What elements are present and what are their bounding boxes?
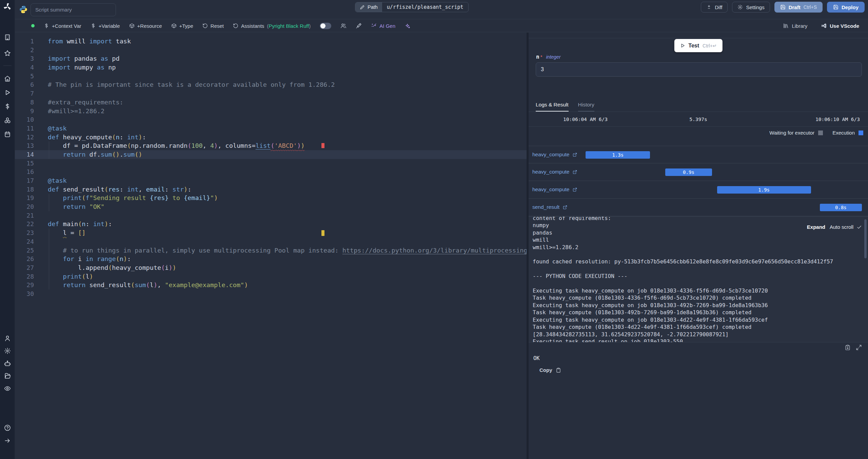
- code-line[interactable]: 5: [15, 72, 527, 81]
- code-line[interactable]: 8#extra_requirements:: [15, 98, 527, 107]
- job-link-heavy_compute[interactable]: heavy_compute: [532, 152, 577, 158]
- execution-bar: 1.3s: [586, 151, 650, 159]
- log-line: Executing task heavy_compute on job 018e…: [533, 287, 868, 294]
- code-line[interactable]: 15: [15, 159, 527, 168]
- sidebar-item-dollar-icon[interactable]: [4, 103, 11, 110]
- code-line[interactable]: 23 l = []: [15, 228, 527, 237]
- code-line[interactable]: 2: [15, 46, 527, 55]
- code-token: , columns=: [218, 142, 255, 149]
- code-line[interactable]: 7: [15, 89, 527, 98]
- sidebar-item-user-icon[interactable]: [4, 335, 11, 342]
- reset-button[interactable]: Reset: [202, 23, 224, 29]
- paren-close: ): [309, 23, 311, 29]
- line-number: 9: [15, 107, 35, 116]
- code-token: (: [127, 142, 131, 149]
- code-line[interactable]: 4import numpy as np: [15, 63, 527, 72]
- sidebar-item-boxes-icon[interactable]: [4, 117, 11, 124]
- diff-button[interactable]: Diff: [701, 2, 728, 13]
- code-token: (: [78, 220, 82, 227]
- legend-item: Execution: [832, 130, 863, 136]
- code-token: f: [85, 194, 89, 201]
- code-line[interactable]: 30: [15, 290, 527, 298]
- code-line[interactable]: 9#wmill>=1.286.2: [15, 107, 527, 116]
- sidebar-item-star-icon[interactable]: [4, 50, 11, 57]
- sidebar-item-building-icon[interactable]: [4, 34, 11, 41]
- code-line[interactable]: 29 return send_result(sum(l), "example@e…: [15, 281, 527, 290]
- code-editor[interactable]: 1from wmill import task23import pandas a…: [15, 33, 527, 459]
- log-line: content of requirements:: [533, 216, 868, 222]
- tab-logs-result[interactable]: Logs & Result: [536, 102, 569, 112]
- sidebar-item-help-circle-icon[interactable]: [4, 424, 11, 431]
- code-line[interactable]: 25 # to run things in parallel, simply u…: [15, 246, 527, 255]
- ai-gen-button[interactable]: AI Gen: [371, 23, 395, 29]
- job-link-send_result[interactable]: send_result: [532, 204, 568, 210]
- code-line[interactable]: 3import pandas as pd: [15, 54, 527, 63]
- code-line[interactable]: 26 for i in range(n):: [15, 255, 527, 263]
- code-line[interactable]: 10: [15, 115, 527, 124]
- code-line[interactable]: 21: [15, 211, 527, 220]
- code-line[interactable]: 19 print(f"Sending result {res} to {emai…: [15, 194, 527, 202]
- code-line[interactable]: 12def heavy_compute(n: int):: [15, 133, 527, 142]
- code-line[interactable]: 13 df = pd.DataFrame(np.random.randn(100…: [15, 141, 527, 150]
- code-line[interactable]: 14 return df.sum().sum(): [15, 150, 527, 159]
- timeline-row: send_result0.8s: [529, 199, 868, 216]
- code-line[interactable]: 22def main(n: int):: [15, 220, 527, 228]
- add-context-var-button[interactable]: +Context Var: [44, 23, 81, 29]
- sidebar-item-settings-icon[interactable]: [4, 347, 11, 354]
- code-line[interactable]: 6# The pin is important since task is a …: [15, 80, 527, 89]
- format-button[interactable]: [356, 23, 362, 29]
- sidebar-item-home-icon[interactable]: [4, 75, 11, 82]
- assistants-button[interactable]: Assistants (Pyright Black Ruff): [233, 23, 311, 29]
- sidebar-item-calendar-icon[interactable]: [4, 131, 11, 138]
- maximize-icon[interactable]: [856, 344, 862, 351]
- job-link-heavy_compute[interactable]: heavy_compute: [532, 169, 577, 175]
- deploy-button[interactable]: Deploy: [827, 2, 865, 13]
- code-token: ): [214, 194, 218, 201]
- code-line[interactable]: 20 return "OK": [15, 202, 527, 211]
- code-line[interactable]: 16: [15, 167, 527, 176]
- test-button[interactable]: Test Ctrl+↵: [674, 39, 722, 52]
- add-variable-button[interactable]: +Variable: [91, 23, 120, 29]
- library-button[interactable]: Library: [783, 23, 807, 29]
- log-line: --- PYTHON CODE EXECUTION ---: [533, 273, 868, 280]
- code-line[interactable]: 17@task: [15, 176, 527, 185]
- sidebar-item-folder-open-icon[interactable]: [4, 373, 11, 379]
- windmill-logo[interactable]: [3, 2, 12, 11]
- expand-logs-button[interactable]: Expand: [807, 224, 825, 230]
- code-token: []: [78, 229, 85, 236]
- copy-logs-icon[interactable]: [845, 344, 851, 351]
- sidebar-item-eye-icon[interactable]: [4, 385, 11, 392]
- logs-viewer[interactable]: content of requirements:numpypandaswmill…: [529, 216, 868, 342]
- timeline-row: heavy_compute1.3s: [529, 146, 868, 163]
- path-editor[interactable]: Path u/rfiszel/pleasant_script: [355, 2, 469, 12]
- tab-history[interactable]: History: [578, 102, 594, 112]
- sidebar-item-bot-icon[interactable]: [4, 360, 11, 367]
- code-line[interactable]: 28 print(l): [15, 272, 527, 281]
- code-line[interactable]: 27 l.append(heavy_compute(i)): [15, 263, 527, 272]
- use-vscode-button[interactable]: Use VScode: [821, 23, 859, 29]
- code-line[interactable]: 11@task: [15, 124, 527, 133]
- assistants-label: Assistants: [241, 23, 264, 29]
- draft-button[interactable]: Draft Ctrl+S: [774, 2, 823, 13]
- code-token: res: [108, 186, 119, 193]
- code-line[interactable]: 1from wmill import task: [15, 37, 527, 46]
- code-token: l: [85, 273, 89, 280]
- autoscroll-toggle[interactable]: Auto scroll: [830, 224, 862, 230]
- ai-sparkles-button[interactable]: [405, 23, 410, 29]
- script-summary-input[interactable]: [31, 3, 116, 16]
- settings-button[interactable]: Settings: [732, 2, 770, 13]
- code-line[interactable]: 18def send_result(res: int, email: str):: [15, 185, 527, 194]
- ai-assistant-toggle[interactable]: [320, 23, 331, 29]
- collaborators-button[interactable]: [340, 23, 347, 29]
- logs-scrollbar[interactable]: [864, 219, 867, 258]
- sidebar-item-play-icon[interactable]: [4, 89, 11, 96]
- job-link-heavy_compute[interactable]: heavy_compute: [532, 186, 577, 193]
- add-resource-button[interactable]: +Resource: [129, 23, 162, 29]
- sidebar-item-arrow-right-icon[interactable]: [4, 437, 11, 444]
- copy-result-button[interactable]: Copy: [537, 367, 563, 373]
- code-line[interactable]: 24: [15, 237, 527, 246]
- add-type-button[interactable]: +Type: [171, 23, 193, 29]
- arg-n-input[interactable]: [536, 62, 862, 77]
- legend-label: Waiting for executor: [769, 130, 814, 136]
- code-token: i: [74, 255, 85, 262]
